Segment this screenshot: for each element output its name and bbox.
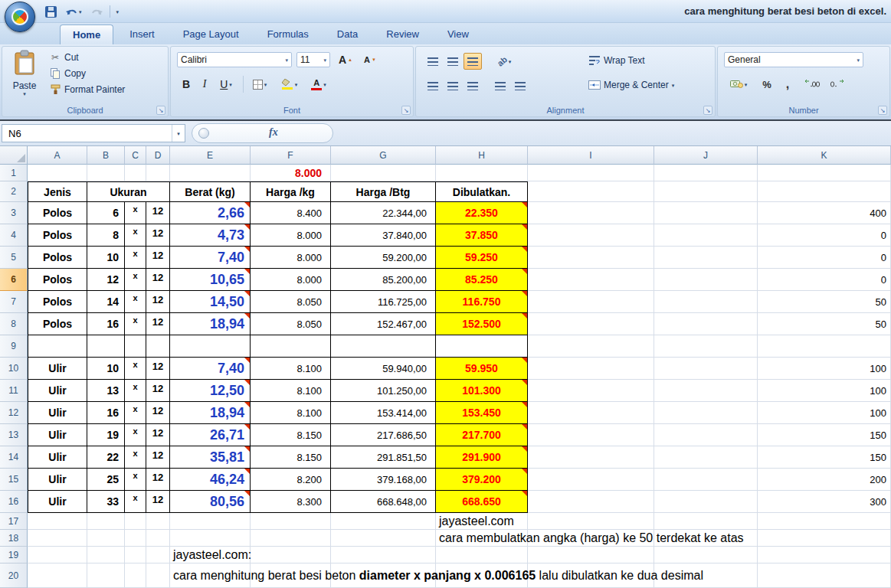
cell-A3[interactable]: Polos: [28, 202, 87, 224]
cell-K11[interactable]: 100: [758, 380, 891, 402]
cell-D10[interactable]: 12: [146, 358, 170, 380]
cell-J19[interactable]: [654, 547, 758, 564]
row-header-7[interactable]: 7: [0, 291, 28, 313]
cell-K17[interactable]: [758, 513, 891, 530]
cell-G18[interactable]: [331, 530, 436, 547]
cell-G8[interactable]: 152.467,00: [331, 313, 436, 335]
cell-B17[interactable]: [87, 513, 125, 530]
align-center-button[interactable]: [444, 77, 462, 94]
cell-C6[interactable]: x: [125, 269, 146, 291]
column-header-F[interactable]: F: [251, 146, 331, 165]
cell-E1[interactable]: [170, 165, 251, 181]
cell-A1[interactable]: [28, 165, 87, 181]
cell-C17[interactable]: [125, 513, 146, 530]
cell-D5[interactable]: 12: [146, 247, 170, 269]
cell-D1[interactable]: [146, 165, 170, 181]
row-header-18[interactable]: 18: [0, 530, 28, 547]
cell-E10[interactable]: 7,40: [170, 358, 251, 380]
cell-C7[interactable]: x: [125, 291, 146, 313]
cell-E7[interactable]: 14,50: [170, 291, 251, 313]
bold-button[interactable]: B: [177, 76, 195, 93]
cell-E13[interactable]: 26,71: [170, 424, 251, 446]
paste-button[interactable]: Paste ▾: [6, 50, 43, 103]
cell-G7[interactable]: 116.725,00: [331, 291, 436, 313]
cell-E6[interactable]: 10,65: [170, 269, 251, 291]
cell-D12[interactable]: 12: [146, 402, 170, 424]
cell-C3[interactable]: x: [125, 202, 146, 224]
undo-button[interactable]: ▾: [63, 5, 84, 18]
font-dialog-launcher[interactable]: ↘: [401, 106, 411, 115]
column-header-I[interactable]: I: [528, 146, 654, 165]
cell-B19[interactable]: [87, 547, 125, 564]
cell-D16[interactable]: 12: [146, 491, 170, 513]
cell-J5[interactable]: [654, 247, 758, 269]
cell-B1[interactable]: [87, 165, 125, 181]
cell-J3[interactable]: [654, 202, 758, 224]
cell-G15[interactable]: 379.168,00: [331, 469, 436, 491]
cell-G5[interactable]: 59.200,00: [331, 247, 436, 269]
cell-I2[interactable]: [528, 181, 654, 202]
cell-A15[interactable]: Ulir: [28, 469, 87, 491]
row-header-6[interactable]: 6: [0, 269, 28, 291]
cell-K12[interactable]: 100: [758, 402, 891, 424]
cell-A8[interactable]: Polos: [28, 313, 87, 335]
borders-button[interactable]: ▾: [247, 76, 272, 93]
row-header-15[interactable]: 15: [0, 469, 28, 491]
cell-H12[interactable]: 153.450: [436, 402, 528, 424]
cell-F10[interactable]: 8.100: [251, 358, 331, 380]
cell-I9[interactable]: [528, 335, 654, 358]
cell-G3[interactable]: 22.344,00: [331, 202, 436, 224]
cell-F6[interactable]: 8.000: [251, 269, 331, 291]
align-right-button[interactable]: [464, 77, 482, 94]
cell-C13[interactable]: x: [125, 424, 146, 446]
name-box-dropdown[interactable]: ▾: [172, 125, 185, 142]
cell-B9[interactable]: [87, 335, 125, 358]
cell-K20[interactable]: [758, 564, 891, 588]
decrease-decimal-button[interactable]: [827, 76, 850, 93]
cell-D19[interactable]: [146, 547, 170, 564]
cell-A17[interactable]: [28, 513, 87, 530]
cell-C19[interactable]: [125, 547, 146, 564]
underline-button[interactable]: U▾: [214, 76, 238, 93]
cell-G4[interactable]: 37.840,00: [331, 224, 436, 247]
cell-F4[interactable]: 8.000: [251, 224, 331, 247]
cell-E12[interactable]: 18,94: [170, 402, 251, 424]
tab-insert[interactable]: Insert: [117, 24, 167, 44]
comma-style-button[interactable]: ,: [779, 76, 796, 93]
cell-J1[interactable]: [654, 165, 758, 181]
cell-A5[interactable]: Polos: [28, 247, 87, 269]
cell-B11[interactable]: 13: [87, 380, 125, 402]
cell-A14[interactable]: Ulir: [28, 446, 87, 469]
cell-F5[interactable]: 8.000: [251, 247, 331, 269]
cell-K3[interactable]: 400: [758, 202, 891, 224]
copy-button[interactable]: Copy: [47, 67, 127, 80]
cell-G14[interactable]: 291.851,50: [331, 446, 436, 469]
align-bottom-button[interactable]: [464, 53, 482, 70]
cell-K2[interactable]: [758, 181, 891, 202]
cell-E8[interactable]: 18,94: [170, 313, 251, 335]
cell-A6[interactable]: Polos: [28, 269, 87, 291]
cell-C1[interactable]: [125, 165, 146, 181]
cell-D9[interactable]: [146, 335, 170, 358]
cell-A10[interactable]: Ulir: [28, 358, 87, 380]
cell-K14[interactable]: 150: [758, 446, 891, 469]
cell-H5[interactable]: 59.250: [436, 247, 528, 269]
cell-H18[interactable]: cara membulatkan angka (harga) ke 50 ter…: [436, 530, 528, 547]
cell-F19[interactable]: [251, 547, 331, 564]
increase-indent-button[interactable]: [511, 77, 529, 94]
cell-J2[interactable]: [654, 181, 758, 202]
select-all-corner[interactable]: [0, 146, 28, 165]
cell-D6[interactable]: 12: [146, 269, 170, 291]
cell-B10[interactable]: 10: [87, 358, 125, 380]
column-header-J[interactable]: J: [654, 146, 758, 165]
cell-K18[interactable]: [758, 530, 891, 547]
cell-I17[interactable]: [528, 513, 654, 530]
cell-C18[interactable]: [125, 530, 146, 547]
cell-E14[interactable]: 35,81: [170, 446, 251, 469]
cell-A18[interactable]: [28, 530, 87, 547]
cell-D14[interactable]: 12: [146, 446, 170, 469]
row-header-16[interactable]: 16: [0, 491, 28, 513]
row-header-17[interactable]: 17: [0, 513, 28, 530]
cell-D7[interactable]: 12: [146, 291, 170, 313]
row-header-8[interactable]: 8: [0, 313, 28, 335]
